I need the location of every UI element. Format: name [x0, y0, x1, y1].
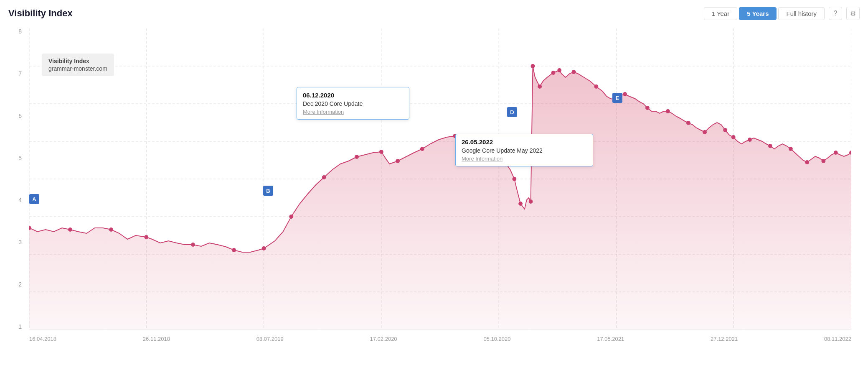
svg-point-32 [512, 177, 516, 181]
svg-point-23 [289, 215, 293, 219]
time-controls: 1 Year 5 Years Full history ? ⚙ [704, 7, 860, 20]
x-label-6: 27.12.2021 [711, 336, 738, 342]
time-btn-fullhistory[interactable]: Full history [778, 7, 825, 20]
svg-point-35 [531, 64, 535, 68]
y-label-5: 5 [18, 155, 22, 161]
x-label-4: 05.10.2020 [483, 336, 510, 342]
svg-point-21 [232, 248, 236, 252]
svg-point-36 [538, 84, 542, 89]
chart-svg [29, 28, 851, 330]
marker-b[interactable]: B [263, 186, 273, 196]
y-label-1: 1 [18, 324, 22, 330]
legend-box: Visibility Index grammar-monster.com [42, 54, 114, 76]
svg-point-42 [623, 92, 627, 96]
tooltip-dec2020: 06.12.2020 Dec 2020 Core Update More Inf… [297, 87, 409, 120]
svg-point-34 [529, 199, 533, 204]
svg-point-28 [420, 147, 424, 151]
tooltip-may2022-event: Google Core Update May 2022 [462, 147, 587, 154]
svg-point-48 [731, 135, 736, 139]
y-label-4: 4 [18, 197, 22, 203]
main-container: Visibility Index 1 Year 5 Years Full his… [0, 0, 868, 368]
svg-point-51 [789, 147, 793, 151]
chart-area: 8 7 6 5 4 3 2 1 [8, 28, 860, 355]
svg-point-25 [355, 155, 359, 159]
marker-e[interactable]: E [612, 93, 622, 103]
svg-point-47 [723, 128, 727, 132]
x-label-2: 08.07.2019 [256, 336, 284, 342]
y-label-8: 8 [18, 28, 22, 34]
svg-point-26 [379, 150, 383, 154]
svg-point-43 [645, 106, 650, 110]
tooltip-may2022: 26.05.2022 Google Core Update May 2022 M… [455, 134, 593, 166]
tooltip-dec2020-event: Dec 2020 Core Update [303, 100, 403, 107]
svg-point-24 [322, 175, 326, 179]
help-icon[interactable]: ? [829, 7, 842, 20]
x-axis: 16.04.2018 26.11.2018 08.07.2019 17.02.2… [29, 336, 851, 342]
legend-title: Visibility Index [48, 58, 107, 64]
svg-point-33 [518, 202, 523, 206]
svg-point-19 [144, 235, 148, 239]
svg-point-18 [109, 227, 113, 232]
tooltip-may2022-more[interactable]: More Information [462, 156, 587, 162]
page-title: Visibility Index [8, 8, 73, 19]
marker-a[interactable]: A [29, 194, 39, 204]
tooltip-dec2020-more[interactable]: More Information [303, 109, 403, 115]
y-label-3: 3 [18, 239, 22, 245]
x-label-3: 17.02.2020 [370, 336, 397, 342]
marker-d[interactable]: D [507, 107, 517, 117]
y-label-2: 2 [18, 281, 22, 287]
svg-point-20 [191, 243, 195, 247]
x-label-7: 08.11.2022 [824, 336, 851, 342]
tooltip-dec2020-date: 06.12.2020 [303, 92, 403, 99]
y-label-6: 6 [18, 113, 22, 119]
svg-point-44 [666, 109, 670, 113]
time-btn-5years[interactable]: 5 Years [739, 7, 777, 20]
header: Visibility Index 1 Year 5 Years Full his… [8, 7, 860, 20]
x-label-1: 26.11.2018 [143, 336, 170, 342]
x-label-5: 17.05.2021 [597, 336, 624, 342]
svg-point-27 [396, 159, 400, 163]
svg-point-17 [68, 227, 72, 232]
legend-domain: grammar-monster.com [48, 65, 107, 72]
svg-point-53 [821, 159, 825, 163]
svg-point-37 [551, 71, 556, 75]
svg-point-54 [834, 151, 838, 155]
svg-point-49 [748, 138, 752, 142]
svg-point-39 [572, 70, 576, 74]
settings-icon[interactable]: ⚙ [846, 7, 860, 20]
svg-point-45 [686, 121, 690, 125]
svg-point-40 [594, 84, 599, 89]
svg-point-38 [557, 68, 561, 72]
x-label-0: 16.04.2018 [29, 336, 56, 342]
time-btn-1year[interactable]: 1 Year [704, 7, 738, 20]
svg-point-52 [805, 160, 809, 164]
tooltip-may2022-date: 26.05.2022 [462, 138, 587, 146]
svg-point-50 [768, 144, 772, 148]
svg-point-22 [262, 246, 266, 250]
y-axis: 8 7 6 5 4 3 2 1 [8, 28, 25, 330]
svg-point-46 [703, 130, 707, 134]
y-label-7: 7 [18, 71, 22, 77]
